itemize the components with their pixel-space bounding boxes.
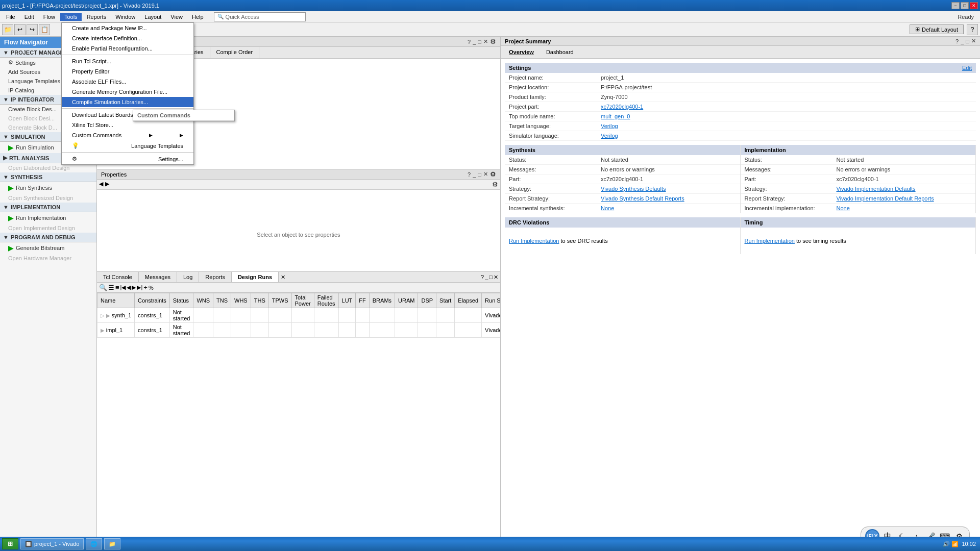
ifly-button[interactable]: iFLY	[865, 529, 879, 537]
new-project-button[interactable]: 📁	[2, 24, 13, 35]
menu-item-enable-partial-reconfig[interactable]: Enable Partial Reconfiguration...	[62, 43, 193, 54]
synth-report-link[interactable]: Vivado Synthesis Default Reports	[601, 195, 684, 202]
menu-item-generate-memory-config[interactable]: Generate Memory Configuration File...	[62, 87, 193, 97]
nav-open-implemented-design[interactable]: Open Implemented Design	[0, 223, 96, 233]
menu-item-create-package-ip[interactable]: Create and Package New IP...	[62, 23, 193, 33]
menu-reports[interactable]: Reports	[83, 13, 111, 21]
menu-file[interactable]: File	[2, 13, 19, 21]
prop-maximize-icon[interactable]: □	[478, 171, 481, 178]
nav-back-icon[interactable]: ◀	[99, 181, 103, 188]
nav-run-synthesis[interactable]: ▶ Run Synthesis	[0, 182, 96, 193]
panel-close-icon[interactable]: ✕	[483, 38, 488, 45]
extra-tool-button[interactable]: 📋	[39, 24, 50, 35]
panel-maximize-icon[interactable]: □	[478, 39, 481, 45]
impl-incremental-link[interactable]: None	[837, 205, 850, 211]
panel-help-icon[interactable]: ?	[468, 39, 471, 45]
speech-icon[interactable]: ♪	[910, 530, 922, 537]
redo-button[interactable]: ↪	[27, 24, 38, 35]
undo-button[interactable]: ↩	[14, 24, 26, 35]
expand-icon[interactable]: ≡	[115, 284, 119, 291]
source-settings-icon[interactable]: ⚙	[490, 38, 496, 45]
properties-settings-icon[interactable]: ⚙	[490, 170, 496, 178]
bottom-restore-icon[interactable]: _	[485, 274, 488, 280]
summary-maximize-icon[interactable]: □	[966, 38, 969, 44]
next-icon[interactable]: ▶	[132, 284, 136, 291]
tab-dashboard[interactable]: Dashboard	[542, 48, 578, 56]
menu-item-language-templates[interactable]: 💡 Language Templates	[62, 140, 193, 151]
menu-item-associate-elf[interactable]: Associate ELF Files...	[62, 77, 193, 87]
implementation-header[interactable]: ▼ IMPLEMENTATION	[0, 203, 96, 212]
bottom-tab-close-icon[interactable]: ✕	[279, 274, 287, 281]
run-impl-timing-link[interactable]: Run Implementation	[745, 238, 795, 244]
taskbar-item-vivado[interactable]: 🔲 project_1 - Vivado	[20, 538, 84, 549]
menu-view[interactable]: View	[166, 13, 187, 21]
start-button[interactable]: ⊞	[2, 538, 18, 549]
nav-open-hardware-manager[interactable]: Open Hardware Manager	[0, 254, 96, 263]
tab-overview[interactable]: Overview	[505, 48, 538, 56]
default-layout-button[interactable]: ⊞ Default Layout	[910, 24, 964, 34]
prop-help-icon[interactable]: ?	[468, 171, 471, 178]
project-part-link[interactable]: xc7z020clg400-1	[601, 104, 643, 110]
percent-icon[interactable]: %	[149, 285, 154, 291]
menu-tools[interactable]: Tools	[60, 13, 82, 21]
menu-item-custom-commands[interactable]: Custom Commands ▶	[62, 130, 193, 140]
collapse-icon[interactable]: ☰	[108, 284, 114, 291]
summary-help-icon[interactable]: ?	[955, 38, 959, 44]
menu-item-settings[interactable]: ⚙ Settings...	[62, 154, 193, 164]
quick-access-input[interactable]: 🔍 Quick Access	[214, 12, 306, 21]
table-row[interactable]: ▷ ▶ synth_1 constrs_1 Not started Vivado…	[97, 308, 501, 323]
impl-strategy-link[interactable]: Vivado Implementation Defaults	[837, 186, 916, 192]
keyboard-icon[interactable]: ⌨	[939, 530, 951, 537]
tab-log[interactable]: Log	[177, 272, 199, 282]
tab-design-runs[interactable]: Design Runs	[232, 272, 279, 282]
summary-close-icon[interactable]: ✕	[971, 38, 976, 44]
bottom-close-icon[interactable]: ✕	[494, 274, 498, 281]
prev-icon[interactable]: ◀	[127, 284, 131, 291]
settings-icon[interactable]: ⚙	[953, 530, 965, 537]
program-debug-header[interactable]: ▼ PROGRAM AND DEBUG	[0, 233, 96, 242]
nav-generate-bitstream[interactable]: ▶ Generate Bitstream	[0, 242, 96, 254]
top-module-link[interactable]: mult_gen_0	[601, 113, 630, 119]
synthesis-header[interactable]: ▼ SYNTHESIS	[0, 172, 96, 182]
nav-forward-icon[interactable]: ▶	[105, 181, 109, 188]
menu-help[interactable]: Help	[188, 13, 208, 21]
bottom-help-icon[interactable]: ?	[481, 274, 484, 280]
minimize-button[interactable]: −	[951, 2, 960, 9]
search-icon[interactable]: 🔍	[99, 284, 107, 291]
taskbar-item-browser[interactable]: 🌐	[86, 538, 102, 549]
add-run-icon[interactable]: +	[143, 284, 148, 291]
run-impl-drc-link[interactable]: Run Implementation	[509, 238, 559, 244]
moon-icon[interactable]: ☾	[896, 530, 908, 537]
synth-incremental-link[interactable]: None	[601, 205, 614, 211]
menu-item-compile-sim-libs[interactable]: Compile Simulation Libraries...	[62, 97, 193, 107]
settings-edit-link[interactable]: Edit	[962, 65, 972, 71]
tab-compile-order[interactable]: Compile Order	[210, 47, 260, 58]
tab-reports[interactable]: Reports	[199, 272, 232, 282]
menu-layout[interactable]: Layout	[140, 13, 165, 21]
menu-item-run-tcl-script[interactable]: Run Tcl Script...	[62, 56, 193, 66]
taskbar-item-explorer[interactable]: 📁	[104, 538, 120, 549]
menu-item-property-editor[interactable]: Property Editor	[62, 66, 193, 77]
summary-restore-icon[interactable]: _	[961, 38, 964, 44]
chinese-input-icon[interactable]: 中	[881, 530, 894, 537]
panel-restore-icon[interactable]: _	[473, 39, 476, 45]
last-icon[interactable]: ▶|	[137, 284, 142, 291]
maximize-button[interactable]: □	[961, 2, 969, 9]
first-icon[interactable]: |◀	[120, 284, 126, 291]
menu-flow[interactable]: Flow	[39, 13, 59, 21]
nav-open-synthesized-design[interactable]: Open Synthesized Design	[0, 193, 96, 203]
menu-item-xilinx-tcl-store[interactable]: Xilinx Tcl Store...	[62, 120, 193, 130]
tab-messages[interactable]: Messages	[139, 272, 177, 282]
menu-edit[interactable]: Edit	[20, 13, 38, 21]
prop-restore-icon[interactable]: _	[473, 171, 476, 178]
close-button[interactable]: ✕	[970, 2, 978, 9]
target-language-link[interactable]: Verilog	[601, 123, 618, 129]
tab-tcl-console[interactable]: Tcl Console	[97, 272, 139, 282]
help-button[interactable]: ?	[967, 24, 978, 35]
menu-item-create-interface-def[interactable]: Create Interface Definition...	[62, 33, 193, 43]
synth-strategy-link[interactable]: Vivado Synthesis Defaults	[601, 186, 666, 192]
table-row[interactable]: ▶ impl_1 constrs_1 Not started Vivado Im…	[97, 323, 501, 338]
mic-icon[interactable]: 🎤	[924, 530, 937, 537]
prop-close-icon[interactable]: ✕	[483, 171, 488, 178]
simulator-language-link[interactable]: Verilog	[601, 133, 618, 139]
